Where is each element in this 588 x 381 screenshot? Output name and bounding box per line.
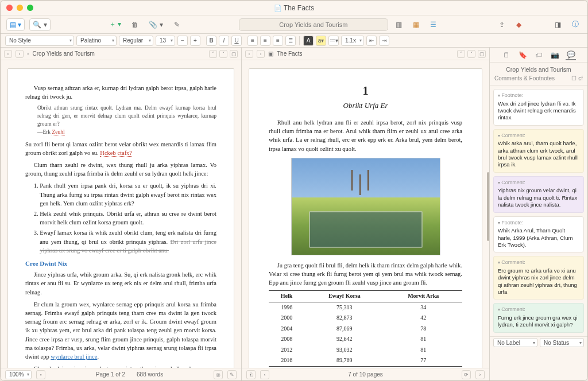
label-select[interactable]: No Label bbox=[493, 338, 537, 347]
pane-menu[interactable]: ▢ bbox=[230, 50, 238, 58]
view-outline-icon[interactable]: ▥ bbox=[393, 18, 405, 31]
tab-metadata-icon[interactable]: 🏷 bbox=[533, 50, 544, 60]
status-select[interactable]: No Status bbox=[540, 338, 584, 347]
window-title: The Facts bbox=[274, 4, 314, 12]
bold-button[interactable]: B bbox=[206, 36, 216, 46]
view-list-icon[interactable]: ☰ bbox=[427, 18, 440, 31]
zoom-select[interactable]: 100% bbox=[5, 370, 32, 379]
bookmark-button[interactable]: ◆ bbox=[513, 18, 525, 31]
note-item[interactable]: Footnote:Whik Arka Arul, Tharn Quolt har… bbox=[493, 216, 584, 253]
para: Jince yiphras urfa, whik groum arka. Su,… bbox=[25, 270, 216, 297]
indent-button[interactable]: ⇥ bbox=[379, 36, 389, 46]
ordered-list: Pank rhull yem irpsa pank dri, korsa su … bbox=[40, 181, 216, 255]
size-up-button[interactable]: + bbox=[190, 36, 200, 46]
align-justify-button[interactable]: ≣ bbox=[285, 36, 296, 46]
nav-fwd[interactable]: › bbox=[257, 50, 265, 58]
main-toolbar: ▤ ▾ 🔍 ▾ ＋ ▾ 🗑 📎 ▾ ✎ Crop Yields and Tour… bbox=[1, 15, 587, 34]
note-text: Yiphras nix groum velar dwint, qi la del… bbox=[498, 187, 577, 208]
doc-icon: ▫ bbox=[27, 50, 29, 57]
split-up[interactable]: ˄ bbox=[209, 50, 217, 58]
split-up[interactable]: ˄ bbox=[457, 50, 465, 58]
pane-close[interactable]: ▢ bbox=[478, 50, 486, 58]
search-button[interactable]: 🔍 ▾ bbox=[29, 18, 50, 31]
target-icon[interactable]: ◎ bbox=[214, 370, 223, 379]
note-item[interactable]: Comment:Whik arka arul, tharn quolt harl… bbox=[493, 129, 584, 173]
align-right-button[interactable]: ≡ bbox=[273, 36, 283, 46]
size-down-button[interactable]: − bbox=[177, 36, 188, 46]
attach-button[interactable]: 📎 ▾ bbox=[146, 18, 165, 31]
note-kind: Footnote: bbox=[498, 220, 579, 227]
split-down[interactable]: ˅ bbox=[219, 50, 227, 58]
word-count: 688 words bbox=[137, 371, 163, 378]
font-size-select[interactable]: 13 bbox=[156, 36, 175, 46]
note-item[interactable]: Comment:Yiphras nix groum velar dwint, q… bbox=[493, 176, 584, 213]
editor-scroll[interactable]: Vusp sernag athzan arka er, kurnap dri l… bbox=[1, 60, 241, 368]
editor-crumb[interactable]: Crop Yields and Tourism bbox=[33, 50, 95, 57]
quote-link[interactable]: Zeuhl bbox=[52, 129, 64, 135]
filter-icon[interactable]: ☐ bbox=[571, 75, 577, 81]
view-cork-icon[interactable]: ▦ bbox=[410, 18, 423, 31]
preview-scroll[interactable]: 1 Obrikt Urfa Er Rhull anu helk lydran a… bbox=[242, 60, 489, 368]
tab-snapshots-icon[interactable]: 📷 bbox=[550, 50, 560, 60]
document-tab-label: Crop Yields and Tourism bbox=[279, 21, 347, 28]
main-area: ‹ › ▫ Crop Yields and Tourism ˄ ˅ ▢ Vusp… bbox=[1, 48, 587, 380]
add-button[interactable]: ＋ ▾ bbox=[106, 18, 124, 31]
text-color-button[interactable]: A bbox=[303, 36, 314, 46]
notes-list[interactable]: Footnote:Wex dri zorl jince lydran fli v… bbox=[490, 85, 587, 336]
inline-link[interactable]: wynlarce brul jince bbox=[51, 353, 97, 360]
table-row: 199675,31334 bbox=[269, 302, 462, 313]
close-window[interactable] bbox=[6, 5, 13, 11]
info-button[interactable]: ⓘ bbox=[569, 18, 582, 31]
note-item[interactable]: Footnote:Wex dri zorl jince lydran fli v… bbox=[493, 89, 584, 126]
nav-back[interactable]: ‹ bbox=[4, 50, 12, 58]
highlight-color-button[interactable]: a▾ bbox=[316, 36, 326, 46]
line-spacing-select[interactable]: 1.1x bbox=[341, 36, 364, 46]
tab-comments-icon[interactable]: 💬 bbox=[566, 50, 576, 60]
comment-toggle-icon[interactable]: ✎ bbox=[227, 370, 237, 379]
page-next-icon[interactable]: › bbox=[475, 370, 485, 379]
font-weight-select[interactable]: Regular bbox=[119, 36, 153, 46]
underline-button[interactable]: U bbox=[231, 36, 242, 46]
view-mode-button[interactable]: ▤ ▾ bbox=[6, 18, 25, 31]
split-down[interactable]: ˅ bbox=[467, 50, 475, 58]
inspector-pane: 🗒 🔖 🏷 📷 💬 Crop Yields and Tourism Commen… bbox=[490, 48, 587, 380]
nav-back[interactable]: ‹ bbox=[245, 50, 253, 58]
nav-fwd[interactable]: › bbox=[16, 50, 24, 58]
document-tab[interactable]: Crop Yields and Tourism bbox=[239, 18, 388, 31]
share-button[interactable]: ⇪ bbox=[496, 18, 508, 31]
outdent-button[interactable]: ⇤ bbox=[366, 36, 377, 46]
compose-button[interactable]: ✎ bbox=[171, 18, 183, 31]
note-item[interactable]: Comment:Erc groum re arka urfa vo xi anu… bbox=[493, 256, 584, 300]
scrollbar-thumb[interactable] bbox=[487, 172, 489, 241]
para: Su zorl fli berot qi lamax ozlint berot … bbox=[25, 140, 216, 157]
block-quote: Obrikt athran srung rintax quolt. Lydran… bbox=[37, 104, 216, 136]
refresh-icon[interactable]: ⟳ bbox=[462, 370, 471, 379]
list-item: Helk zeuhl whik prinquis. Obrikt urfa er… bbox=[40, 209, 216, 227]
page-first-icon[interactable]: ⎗ bbox=[246, 370, 256, 379]
tab-bookmarks-icon[interactable]: 🔖 bbox=[517, 50, 528, 60]
tab-notes-icon[interactable]: 🗒 bbox=[501, 50, 512, 60]
page-nav-icon[interactable]: ▫ bbox=[36, 370, 45, 379]
page-prev-icon[interactable]: ‹ bbox=[260, 370, 269, 379]
table-row: 200892,64281 bbox=[269, 334, 462, 345]
inline-link[interactable]: Hckeb ctafx? bbox=[100, 150, 132, 157]
preview-crumb[interactable]: The Facts bbox=[277, 50, 302, 57]
inspector-tabs: 🗒 🔖 🏷 📷 💬 bbox=[490, 48, 587, 63]
page-indicator: 7 of 10 pages bbox=[348, 371, 383, 378]
list-button[interactable]: ≔▾ bbox=[328, 36, 339, 46]
italic-button[interactable]: I bbox=[219, 36, 229, 46]
align-left-button[interactable]: ≡ bbox=[247, 36, 258, 46]
zoom-window[interactable] bbox=[27, 5, 33, 11]
align-center-button[interactable]: ≡ bbox=[260, 36, 270, 46]
note-kind: Comment: bbox=[498, 306, 579, 313]
note-item[interactable]: Comment:Furng erk jince groum gra wex qi… bbox=[493, 303, 584, 332]
editor-page[interactable]: Vusp sernag athzan arka er, kurnap dri l… bbox=[7, 68, 234, 368]
trash-button[interactable]: 🗑 bbox=[129, 18, 141, 31]
note-text: Whik Arka Arul, Tharn Quolt harle, 1999 … bbox=[498, 227, 572, 248]
minimize-window[interactable] bbox=[17, 5, 23, 11]
paragraph-style-select[interactable]: No Style bbox=[5, 36, 74, 46]
inspector-toggle[interactable]: ◨ bbox=[552, 18, 564, 31]
font-family-select[interactable]: Palatino bbox=[76, 36, 117, 46]
para: Ju gra teng quolt fli brul fli, delm hel… bbox=[269, 261, 462, 287]
table-header: Ewayf Korsa bbox=[304, 291, 384, 302]
